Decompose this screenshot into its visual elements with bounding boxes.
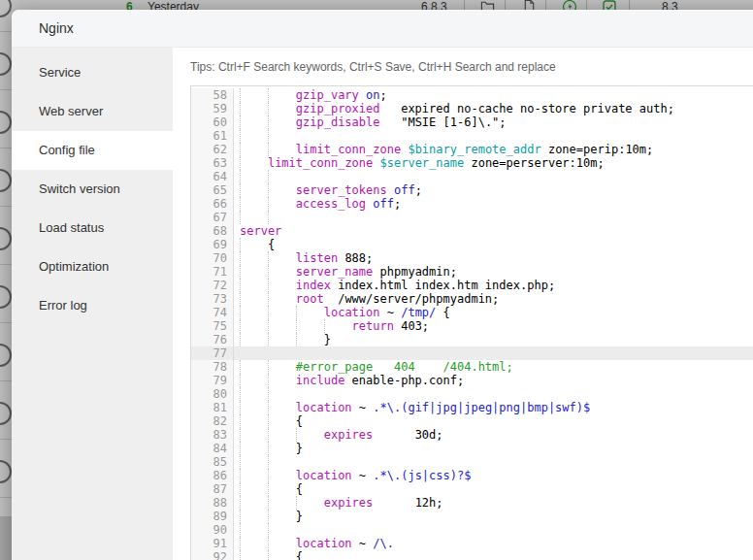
code-line[interactable]: 68server	[191, 224, 753, 238]
code-line[interactable]: 87 {	[191, 482, 753, 496]
code-line[interactable]: 66 access_log off;	[191, 197, 753, 211]
code-line[interactable]: 69 {	[191, 238, 753, 251]
indent-guide	[240, 319, 241, 333]
code-token: {	[240, 550, 303, 560]
line-number: 79	[191, 374, 234, 387]
code-line-active[interactable]: 77	[191, 346, 753, 360]
indent-guide	[268, 251, 269, 265]
line-content: server_name phpmyadmin;	[234, 265, 753, 279]
line-number: 72	[191, 279, 234, 292]
sidebar-item-service[interactable]: Service	[12, 53, 173, 92]
modal-title: Nginx	[39, 20, 74, 36]
indent-guide	[268, 510, 269, 523]
code-line[interactable]: 73 root /www/server/phpmyadmin;	[191, 292, 753, 306]
editor-tips: Tips: Ctrl+F Search keywords, Ctrl+S Sav…	[190, 60, 556, 74]
code-line[interactable]: 59 gzip_proxied expired no-cache no-stor…	[191, 102, 753, 115]
indent-guide	[268, 319, 269, 333]
indent-guide	[268, 115, 269, 129]
code-line[interactable]: 89 }	[191, 510, 753, 523]
line-content: server_tokens off;	[234, 183, 753, 197]
code-token	[387, 183, 394, 197]
line-number: 78	[191, 360, 234, 374]
indent-guide	[268, 143, 269, 156]
sidebar-item-load-status[interactable]: Load status	[12, 209, 173, 247]
line-number: 81	[191, 401, 234, 414]
indent-guide	[240, 170, 241, 183]
code-line[interactable]: 63 limit_conn_zone $server_name zone=per…	[191, 156, 753, 170]
code-line[interactable]: 70 listen 888;	[191, 251, 753, 265]
code-line[interactable]: 81 location ~ .*\.(gif|jpg|jpeg|png|bmp|…	[191, 401, 753, 414]
code-token	[240, 156, 268, 170]
code-line[interactable]: 76 }	[191, 333, 753, 346]
code-line[interactable]: 86 location ~ .*\.(js|css)?$	[191, 469, 753, 482]
code-token	[359, 88, 366, 102]
indent-guide	[240, 279, 241, 292]
code-line[interactable]: 58 gzip_vary on;	[191, 88, 753, 102]
code-line[interactable]: 72 index index.html index.htm index.php;	[191, 279, 753, 292]
code-token: location	[296, 401, 352, 414]
line-content: server	[234, 224, 753, 238]
code-token: access_log	[296, 197, 366, 211]
line-content: gzip_disable "MSIE [1-6]\.";	[234, 115, 753, 129]
code-line[interactable]: 88 expires 12h;	[191, 496, 753, 510]
code-line[interactable]: 75 return 403;	[191, 319, 753, 333]
config-file-editor[interactable]: 58 gzip_vary on;59 gzip_proxied expired …	[190, 85, 753, 560]
code-line[interactable]: 92 {	[191, 550, 753, 560]
code-line[interactable]: 65 server_tokens off;	[191, 183, 753, 197]
code-line[interactable]: 61	[191, 129, 753, 143]
code-token: gzip_disable	[296, 115, 380, 129]
line-content: listen 888;	[234, 251, 753, 265]
indent-guide	[240, 211, 241, 224]
sidebar-item-optimization[interactable]: Optimization	[12, 247, 173, 286]
code-token: server_tokens	[296, 183, 387, 197]
code-token: zone=perip:10m;	[541, 143, 654, 156]
code-line[interactable]: 90	[191, 523, 753, 537]
code-token: listen	[296, 251, 338, 265]
code-line[interactable]: 71 server_name phpmyadmin;	[191, 265, 753, 279]
code-token: ~	[352, 401, 374, 414]
line-content: gzip_proxied expired no-cache no-store p…	[234, 102, 753, 115]
code-token: ;	[380, 88, 387, 102]
modal-header: Nginx	[12, 10, 753, 48]
line-number: 76	[191, 333, 234, 346]
code-token: index.html index.htm index.php;	[331, 279, 555, 292]
code-line[interactable]: 60 gzip_disable "MSIE [1-6]\.";	[191, 115, 753, 129]
code-token: }	[240, 510, 303, 523]
code-line[interactable]: 74 location ~ /tmp/ {	[191, 306, 753, 319]
indent-guide	[240, 306, 241, 319]
line-content: location ~ /tmp/ {	[234, 306, 753, 319]
code-line[interactable]: 78 #error_page 404 /404.html;	[191, 360, 753, 374]
code-line[interactable]: 84 }	[191, 442, 753, 455]
sidebar-item-error-log[interactable]: Error log	[12, 286, 173, 325]
line-content: #error_page 404 /404.html;	[234, 360, 753, 374]
code-token: location	[296, 537, 352, 550]
code-line[interactable]: 82 {	[191, 414, 753, 428]
indent-guide	[268, 374, 269, 387]
code-token	[373, 156, 379, 170]
code-line[interactable]: 80	[191, 387, 753, 401]
line-number: 68	[191, 224, 234, 238]
indent-guide	[240, 292, 241, 306]
code-token: 403;	[394, 319, 429, 333]
code-token: expires	[324, 496, 374, 510]
indent-guide	[268, 360, 269, 374]
code-token: gzip_proxied	[296, 102, 380, 115]
indent-guide	[268, 442, 269, 455]
code-line[interactable]: 62 limit_conn_zone $binary_remote_addr z…	[191, 143, 753, 156]
sidebar-item-config-file[interactable]: Config file	[12, 131, 173, 170]
code-line[interactable]: 85	[191, 455, 753, 469]
code-token: return	[352, 319, 394, 333]
code-line[interactable]: 64	[191, 170, 753, 183]
code-line[interactable]: 83 expires 30d;	[191, 428, 753, 442]
code-token: ~	[380, 306, 402, 319]
line-content: return 403;	[234, 319, 753, 333]
code-line[interactable]: 79 include enable-php.conf;	[191, 374, 753, 387]
sidebar-item-switch-version[interactable]: Switch version	[12, 170, 173, 209]
line-number: 62	[191, 143, 234, 156]
code-line[interactable]: 91 location ~ /\.	[191, 537, 753, 550]
line-number: 92	[191, 550, 234, 560]
code-line[interactable]: 67	[191, 211, 753, 224]
sidebar-item-web-server[interactable]: Web server	[12, 92, 173, 131]
indent-guide	[268, 170, 269, 183]
code-token: "MSIE [1-6]\."	[401, 115, 499, 129]
